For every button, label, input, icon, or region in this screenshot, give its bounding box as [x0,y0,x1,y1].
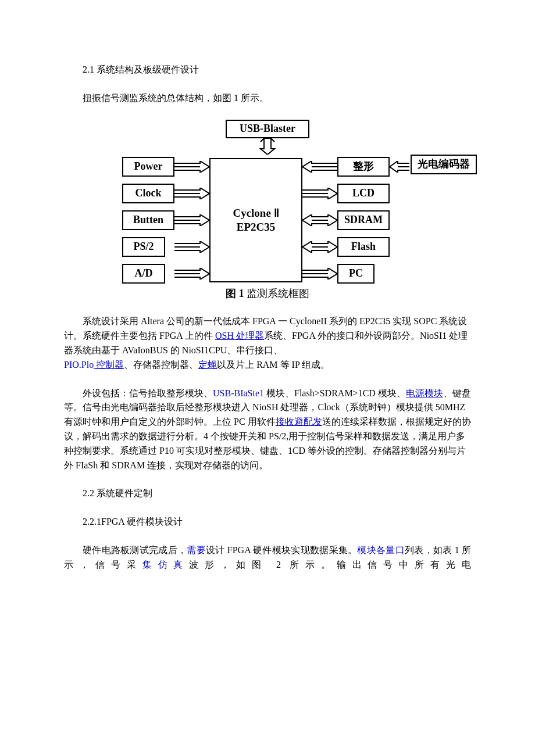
ps2-box: PS/2 [122,237,165,257]
figure-1-diagram: USB-Blaster Cyclone Ⅱ EP2C35 Power 整形 [122,120,413,302]
osh-processor-link[interactable]: OSH 处理器 [215,331,264,341]
module-ports-text: 模块各量口 [357,545,405,555]
section-2-1-intro: 扭振信号测监系统的总体结构，如图 1 所示。 [64,91,471,106]
section-2-2-1-title: 2.2.1FPGA 硬件模块设计 [64,515,471,529]
figure-1-caption: 图 1 监测系统框图 [122,286,413,302]
paragraph-system-design: 系统设计采用 Altera 公司的新一代低成本 FPGA 一 CycloneII… [64,314,471,372]
arrow-right-icon [174,155,209,179]
double-arrow-icon [302,208,337,232]
arrow-left-icon [390,161,413,173]
text: 以及片上 RAM 等 IP 组成。 [217,360,330,370]
fpga-box: Cyclone Ⅱ EP2C35 [209,158,302,282]
usb-blaster-text: USB-BIaSte1 [213,388,264,398]
pc-box: PC [337,264,374,284]
text: 波形，如图 2 所示。输出信号中所有光电 [189,560,471,569]
caption-num: 1 [239,288,244,299]
power-module-link[interactable]: 电源模块 [406,388,443,398]
arrow-right-icon [302,181,337,206]
text: 模块、Flash>SDRAM>1CD 模块、 [264,388,406,398]
arrow-right-icon [174,181,209,206]
arrow-right-icon [174,261,209,286]
text: 设计 FPGA 硬件模块实现数据采集。 [206,545,358,555]
shaping-box: 整形 [337,157,390,177]
section-2-2-title: 2.2 系统硬件定制 [64,486,471,501]
sim-text: 集仿真 [142,560,190,569]
ad-box: A/D [122,264,165,284]
flash-box: Flash [337,237,390,257]
arrow-right-icon [302,261,337,286]
fpga-line2: EP2C35 [237,220,276,234]
section-2-1-title: 2.1 系统结构及板级硬件设计 [64,63,471,77]
paragraph-peripherals: 外设包括：信号拾取整形模块、USB-BIaSte1 模块、Flash>SDRAM… [64,386,471,473]
controller-link[interactable]: 控制器 [94,360,124,370]
caption-text: 监测系统框图 [247,288,309,299]
encoder-box: 光电编码器 [411,155,477,174]
paragraph-hardware-pcb: 硬件电路板测试完成后，需要设计 FPGA 硬件模块实现数据采集。模块各量口列表，… [64,543,471,572]
arrow-right-icon [174,208,209,232]
document-page: 2.1 系统结构及板级硬件设计 扭振信号测监系统的总体结构，如图 1 所示。 U… [0,0,535,615]
pio-text: PIO.Plo [64,360,94,370]
caption-prefix: 图 [226,288,236,299]
double-arrow-down-icon [256,138,279,155]
usb-blaster-box: USB-Blaster [226,120,309,138]
power-box: Power [122,157,174,177]
text: 硬件电路板测试完成后， [83,545,187,555]
arrow-left-icon [302,155,337,179]
double-arrow-icon [302,235,337,259]
text: 外设包括：信号拾取整形模块、 [83,388,213,398]
button-box: Butten [122,210,174,230]
fpga-line1: Cyclone Ⅱ [233,206,279,220]
arrow-right-icon [174,235,209,259]
lcd-box: LCD [337,184,390,203]
timer-link[interactable]: 定蝇 [198,360,217,370]
need-text: 需要 [187,545,206,555]
receive-link[interactable]: 接收避配发 [276,417,322,427]
text: 、存储器控制器、 [124,360,198,370]
clock-box: Clock [122,184,174,203]
sdram-box: SDRAM [337,210,390,230]
